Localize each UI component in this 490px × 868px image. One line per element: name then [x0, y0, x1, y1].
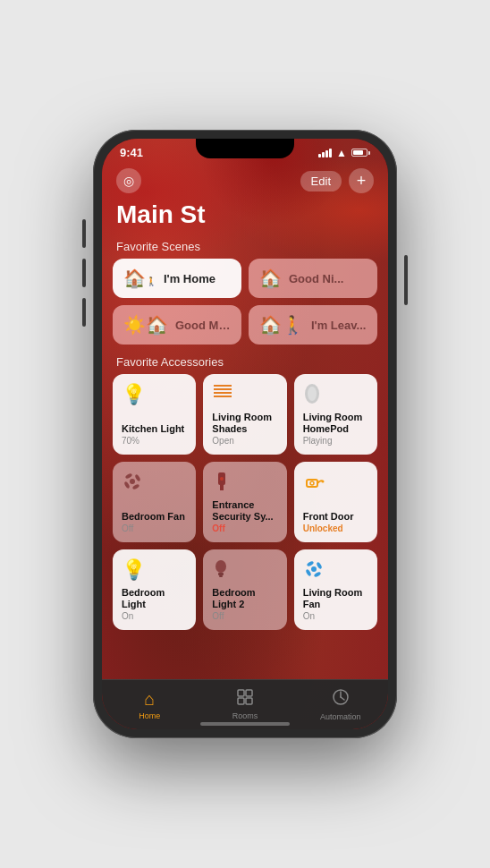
acc-kitchen-light-name: Kitchen Light: [122, 423, 187, 435]
battery-icon: [351, 149, 370, 157]
svg-point-24: [305, 569, 311, 577]
location-button[interactable]: ◎: [116, 168, 141, 193]
svg-rect-19: [219, 575, 223, 577]
svg-point-5: [308, 387, 317, 401]
acc-homepod-name: Living Room HomePod: [303, 412, 368, 435]
svg-rect-26: [246, 690, 252, 696]
svg-point-16: [321, 481, 324, 483]
acc-homepod[interactable]: Living Room HomePod Playing: [294, 374, 377, 455]
acc-security-name: Entrance Security Sy...: [212, 499, 277, 523]
svg-point-21: [306, 560, 314, 566]
svg-rect-18: [218, 573, 224, 575]
rooms-tab-icon: [237, 689, 253, 710]
location-icon: ◎: [123, 174, 134, 188]
accessories-grid: 💡 Kitchen Light 70%: [102, 374, 388, 630]
acc-door-name: Front Door: [303, 511, 368, 523]
scene-im-home[interactable]: 🏠🚶 I'm Home: [113, 259, 241, 298]
svg-point-20: [311, 566, 317, 572]
top-action-bar: ◎ Edit +: [102, 163, 388, 197]
acc-bedroom-light-2[interactable]: Bedroom Light 2 Off: [203, 549, 286, 630]
acc-bedroom-fan[interactable]: Bedroom Fan Off: [113, 462, 196, 542]
scenes-grid: 🏠🚶 I'm Home 🏠 Good Ni... ☀️🏠 Good Mornin…: [102, 259, 388, 352]
status-time: 9:41: [120, 146, 143, 159]
scene-good-night[interactable]: 🏠 Good Ni...: [249, 259, 377, 298]
acc-lr-fan-icon: [303, 558, 368, 583]
accessories-section-label: Favorite Accessories: [102, 352, 388, 374]
rooms-tab-label: Rooms: [232, 711, 258, 720]
tab-automation[interactable]: Automation: [292, 688, 388, 721]
svg-point-23: [313, 571, 321, 577]
svg-point-22: [316, 562, 322, 570]
scenes-section-label: Favorite Scenes: [102, 236, 388, 259]
phone-screen: 9:41 ▲: [102, 139, 388, 729]
acc-security-icon: [212, 471, 277, 497]
screen: 9:41 ▲: [102, 139, 388, 729]
svg-point-10: [123, 481, 130, 489]
scene-morning-label: Good Morning: [175, 319, 231, 332]
svg-point-17: [215, 560, 226, 573]
acc-fan-icon: [122, 471, 187, 497]
scene-home-label: I'm Home: [164, 272, 215, 285]
svg-point-8: [134, 474, 140, 482]
svg-rect-27: [238, 698, 244, 704]
add-button[interactable]: +: [349, 168, 374, 193]
acc-bedroom-light-name: Bedroom Light: [122, 587, 187, 610]
svg-rect-28: [246, 698, 252, 704]
signal-icon: [318, 149, 332, 157]
scene-leaving-icon: 🏠🚶: [259, 314, 304, 336]
acc-lr-fan-status: On: [303, 611, 368, 621]
edit-button[interactable]: Edit: [300, 171, 342, 191]
acc-living-room-shades[interactable]: Living Room Shades Open: [203, 374, 286, 455]
top-right-buttons: Edit +: [300, 168, 374, 193]
acc-bedroom-light-status: On: [122, 611, 187, 621]
scene-night-icon: 🏠: [259, 268, 282, 289]
acc-bedroom-light-2-name: Bedroom Light 2: [212, 587, 277, 610]
acc-kitchen-light-status: 70%: [122, 436, 187, 446]
home-tab-label: Home: [139, 711, 160, 720]
home-tab-icon: ⌂: [144, 689, 155, 710]
automation-tab-label: Automation: [320, 712, 361, 721]
home-title: Main St: [102, 197, 388, 236]
acc-fan-name: Bedroom Fan: [122, 511, 187, 523]
svg-point-13: [220, 477, 224, 481]
acc-kitchen-light[interactable]: 💡 Kitchen Light 70%: [113, 374, 196, 455]
acc-kitchen-light-icon: 💡: [122, 383, 187, 406]
svg-rect-12: [220, 485, 224, 490]
svg-point-15: [310, 481, 314, 485]
status-icons: ▲: [318, 147, 370, 159]
scene-good-morning[interactable]: ☀️🏠 Good Morning: [113, 305, 241, 345]
acc-lr-fan-name: Living Room Fan: [303, 587, 368, 610]
svg-rect-14: [307, 480, 317, 487]
acc-door-status: Unlocked: [303, 523, 368, 533]
acc-bedroom-light[interactable]: 💡 Bedroom Light On: [113, 549, 196, 630]
acc-shades-name: Living Room Shades: [212, 412, 277, 435]
scene-leaving-label: I'm Leav...: [311, 319, 366, 332]
svg-point-9: [132, 483, 140, 489]
acc-shades-status: Open: [212, 436, 277, 446]
svg-point-7: [125, 472, 133, 479]
svg-point-6: [130, 479, 135, 484]
content-area: ◎ Edit + Main St Favorite Scenes 🏠🚶 I'm …: [102, 163, 388, 729]
acc-bedroom-light-icon: 💡: [122, 558, 187, 582]
svg-rect-25: [238, 690, 244, 696]
acc-security[interactable]: Entrance Security Sy... Off: [203, 462, 286, 542]
scene-im-leaving[interactable]: 🏠🚶 I'm Leav...: [249, 305, 377, 345]
notch: [196, 139, 294, 158]
scene-home-icon: 🏠🚶: [123, 268, 156, 289]
scene-morning-icon: ☀️🏠: [123, 314, 168, 336]
tab-home[interactable]: ⌂ Home: [102, 689, 198, 720]
wifi-icon: ▲: [336, 147, 347, 159]
acc-shades-icon: [212, 383, 277, 406]
tab-rooms[interactable]: Rooms: [198, 689, 293, 720]
acc-bedroom-light-2-status: Off: [212, 611, 277, 621]
acc-homepod-icon: [303, 383, 368, 410]
acc-homepod-status: Playing: [303, 436, 368, 446]
acc-door-icon: [303, 471, 368, 497]
acc-security-status: Off: [212, 523, 277, 533]
svg-line-31: [341, 697, 344, 700]
acc-living-room-fan[interactable]: Living Room Fan On: [294, 549, 377, 630]
home-indicator: [200, 722, 290, 726]
acc-front-door[interactable]: Front Door Unlocked: [294, 462, 377, 542]
acc-fan-status: Off: [122, 523, 187, 533]
automation-tab-icon: [332, 688, 350, 711]
